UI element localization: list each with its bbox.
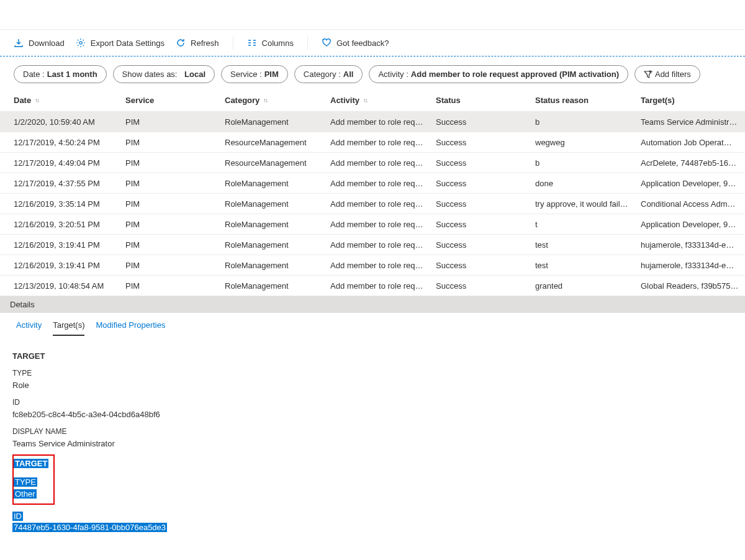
filter-service-label: Service : xyxy=(230,70,262,79)
cell-service: PIM xyxy=(125,158,225,168)
download-label: Download xyxy=(29,38,65,48)
filter-activity[interactable]: Activity : Add member to role request ap… xyxy=(369,65,628,83)
table-header: Date ↑↓ Service Category ↑↓ Activity ↑↓ … xyxy=(0,89,745,112)
cell-service: PIM xyxy=(125,117,225,127)
table-row[interactable]: 12/16/2019, 3:35:14 PMPIMRoleManagementA… xyxy=(0,194,745,214)
gear-icon xyxy=(76,38,86,48)
cell-date: 12/17/2019, 4:49:04 PM xyxy=(14,158,125,168)
table-row[interactable]: 12/13/2019, 10:48:54 AMPIMRoleManagement… xyxy=(0,276,745,296)
col-service-label: Service xyxy=(125,96,154,105)
cell-category: RoleManagement xyxy=(225,179,330,188)
target2-id-label: ID xyxy=(12,511,733,522)
cell-activity: Add member to role req… xyxy=(330,240,436,250)
cell-targets: Global Readers, f39b575… xyxy=(641,281,745,291)
cell-date: 1/2/2020, 10:59:40 AM xyxy=(14,117,125,127)
cell-category: RoleManagement xyxy=(225,220,330,229)
cell-status: Success xyxy=(436,117,535,127)
table-row[interactable]: 12/16/2019, 3:19:41 PMPIMRoleManagementA… xyxy=(0,255,745,276)
filter-category[interactable]: Category : All xyxy=(294,65,363,83)
cell-reason: done xyxy=(535,179,641,188)
target1-id-label: ID xyxy=(12,397,733,408)
export-button[interactable]: Export Data Settings xyxy=(76,38,165,48)
details-tabs: Activity Target(s) Modified Properties xyxy=(0,313,745,336)
cell-activity: Add member to role req… xyxy=(330,179,436,188)
export-label: Export Data Settings xyxy=(91,38,165,48)
download-icon xyxy=(14,38,24,48)
col-reason[interactable]: Status reason xyxy=(535,96,641,105)
filter-date-label: Date : xyxy=(23,70,45,79)
cell-status: Success xyxy=(436,158,535,168)
target1-heading: TARGET xyxy=(12,351,733,362)
filter-showdates[interactable]: Show dates as: Local xyxy=(113,65,215,83)
details-body: TARGET TYPE Role ID fc8eb205-c8c4-4b5c-a… xyxy=(0,336,745,541)
col-reason-label: Status reason xyxy=(535,96,589,105)
filter-category-value: All xyxy=(343,70,354,79)
columns-button[interactable]: Columns xyxy=(247,38,294,48)
audit-table: Date ↑↓ Service Category ↑↓ Activity ↑↓ … xyxy=(0,89,745,296)
col-service[interactable]: Service xyxy=(125,96,225,105)
cell-date: 12/17/2019, 4:50:24 PM xyxy=(14,138,125,147)
col-activity[interactable]: Activity ↑↓ xyxy=(330,96,436,105)
col-date[interactable]: Date ↑↓ xyxy=(14,96,125,105)
target2-id-value-text: 74487eb5-1630-4fa8-9581-0bb076ea5de3 xyxy=(12,523,167,532)
cell-activity: Add member to role req… xyxy=(330,138,436,147)
highlight-redbox: TARGET TYPE Other xyxy=(12,454,55,505)
cell-category: RoleManagement xyxy=(225,261,330,270)
cell-status: Success xyxy=(436,281,535,291)
cell-targets: AcrDelete, 74487eb5-16… xyxy=(641,158,745,168)
cell-date: 12/13/2019, 10:48:54 AM xyxy=(14,281,125,291)
cell-reason: test xyxy=(535,261,641,270)
cell-date: 12/17/2019, 4:37:55 PM xyxy=(14,179,125,188)
filter-date-value: Last 1 month xyxy=(47,70,97,79)
feedback-button[interactable]: Got feedback? xyxy=(322,38,389,48)
add-filters-button[interactable]: Add filters xyxy=(634,65,700,83)
cell-category: ResourceManagement xyxy=(225,158,330,168)
col-targets[interactable]: Target(s) xyxy=(641,96,745,105)
cell-activity: Add member to role req… xyxy=(330,117,436,127)
tab-activity[interactable]: Activity xyxy=(16,318,42,336)
filter-showdates-label: Show dates as: xyxy=(122,70,178,79)
cell-activity: Add member to role req… xyxy=(330,220,436,229)
download-button[interactable]: Download xyxy=(14,38,65,48)
cell-category: ResourceManagement xyxy=(225,138,330,147)
sort-icon: ↑↓ xyxy=(363,97,367,104)
filter-date[interactable]: Date : Last 1 month xyxy=(14,65,107,83)
target1-type-label: TYPE xyxy=(12,368,733,379)
feedback-label: Got feedback? xyxy=(336,38,389,48)
cell-service: PIM xyxy=(125,281,225,291)
cell-date: 12/16/2019, 3:19:41 PM xyxy=(14,261,125,270)
cell-targets: hujamerole, f333134d-e… xyxy=(641,261,745,270)
col-category[interactable]: Category ↑↓ xyxy=(225,96,330,105)
tab-targets[interactable]: Target(s) xyxy=(53,318,84,336)
filter-showdates-value: Local xyxy=(184,70,205,79)
heart-icon xyxy=(322,38,332,48)
table-row[interactable]: 12/17/2019, 4:50:24 PMPIMResourceManagem… xyxy=(0,132,745,153)
target2-id-value: 74487eb5-1630-4fa8-9581-0bb076ea5de3 xyxy=(12,522,733,533)
table-row[interactable]: 12/17/2019, 4:37:55 PMPIMRoleManagementA… xyxy=(0,173,745,194)
refresh-button[interactable]: Refresh xyxy=(176,38,219,48)
cell-date: 12/16/2019, 3:35:14 PM xyxy=(14,199,125,209)
table-row[interactable]: 12/16/2019, 3:20:51 PMPIMRoleManagementA… xyxy=(0,214,745,235)
target2-type-label: TYPE xyxy=(14,477,48,488)
table-row[interactable]: 12/16/2019, 3:19:41 PMPIMRoleManagementA… xyxy=(0,235,745,255)
cell-activity: Add member to role req… xyxy=(330,261,436,270)
filters-bar: Date : Last 1 month Show dates as: Local… xyxy=(0,56,745,89)
target1-dn-value: Teams Service Administrator xyxy=(12,438,733,449)
cell-date: 12/16/2019, 3:20:51 PM xyxy=(14,220,125,229)
table-row[interactable]: 12/17/2019, 4:49:04 PMPIMResourceManagem… xyxy=(0,153,745,173)
col-status[interactable]: Status xyxy=(436,96,535,105)
filter-service-value: PIM xyxy=(264,70,279,79)
table-row[interactable]: 1/2/2020, 10:59:40 AMPIMRoleManagementAd… xyxy=(0,112,745,132)
cell-status: Success xyxy=(436,199,535,209)
filter-activity-value: Add member to role request approved (PIM… xyxy=(411,70,619,79)
columns-icon xyxy=(247,38,257,48)
tab-modified[interactable]: Modified Properties xyxy=(96,318,165,336)
target2-heading: TARGET xyxy=(14,458,48,469)
filter-service[interactable]: Service : PIM xyxy=(221,65,288,83)
command-bar: Download Export Data Settings Refresh Co… xyxy=(0,30,745,56)
filter-category-label: Category : xyxy=(304,70,341,79)
cell-targets: Application Developer, 9… xyxy=(641,220,745,229)
cell-activity: Add member to role req… xyxy=(330,158,436,168)
add-filters-label: Add filters xyxy=(655,70,691,79)
cell-targets: hujamerole, f333134d-e… xyxy=(641,240,745,250)
